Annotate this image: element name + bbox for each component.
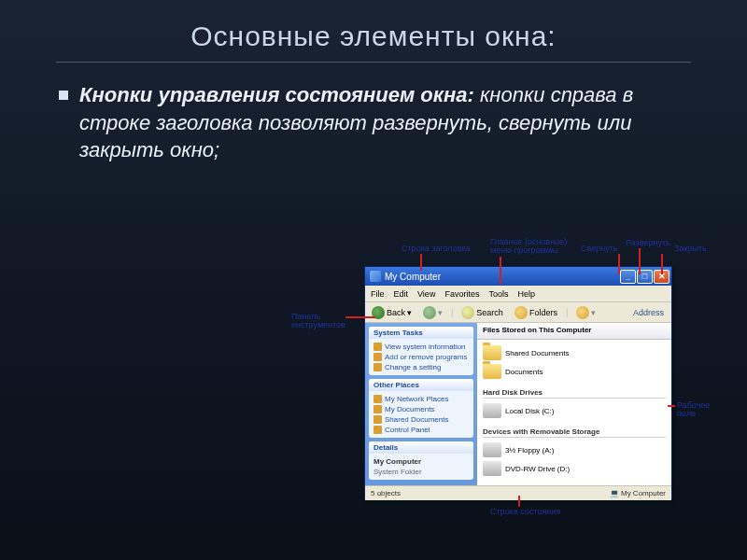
menu-favorites[interactable]: Favorites — [444, 289, 479, 299]
drive-item[interactable]: 3½ Floppy (A:) — [483, 442, 554, 457]
forward-button[interactable]: ▾ — [420, 305, 445, 320]
folder-item[interactable]: Shared Documents — [483, 345, 569, 360]
back-button[interactable]: Back ▾ — [369, 305, 415, 320]
anno-titlebar: Строка заголовка — [402, 244, 471, 253]
lead-bold: Кнопки управления состоянием окна: — [79, 83, 474, 106]
sidebar: System Tasks View system information Add… — [365, 323, 477, 485]
details-type: System Folder — [374, 467, 469, 477]
address-label: Address — [629, 308, 668, 317]
main-pane[interactable]: Files Stored on This Computer Shared Doc… — [477, 323, 671, 485]
titlebar[interactable]: My Computer _ □ ✕ — [365, 267, 671, 286]
files-header: Files Stored on This Computer — [477, 323, 671, 340]
hdd-icon — [483, 403, 501, 418]
section-hdd: Hard Disk Drives — [483, 388, 666, 399]
app-icon — [370, 271, 381, 282]
section-removable: Devices with Removable Storage — [483, 427, 666, 438]
dvd-icon — [483, 461, 501, 476]
panel-details: Details My Computer System Folder — [369, 441, 473, 480]
views-button[interactable]: ▾ — [573, 305, 599, 320]
documents-icon — [374, 405, 382, 413]
bullet-icon — [59, 91, 68, 100]
menu-edit[interactable]: Edit — [394, 289, 409, 299]
menubar: File Edit View Favorites Tools Help — [365, 286, 671, 302]
panel-head[interactable]: System Tasks — [369, 327, 473, 339]
status-objects: 5 objects — [371, 489, 401, 497]
search-button[interactable]: Search — [458, 305, 506, 320]
menu-tools[interactable]: Tools — [488, 289, 508, 299]
place-item[interactable]: My Documents — [374, 404, 469, 414]
forward-icon — [423, 306, 436, 319]
anno-workarea: Рабочее поле — [677, 401, 710, 419]
menu-view[interactable]: View — [417, 289, 435, 299]
menu-file[interactable]: File — [371, 289, 385, 299]
control-panel-icon — [374, 426, 382, 434]
explorer-window: My Computer _ □ ✕ File Edit View Favorit… — [364, 266, 672, 499]
task-item[interactable]: Change a setting — [374, 362, 469, 372]
anno-statusbar: Строка состояния — [490, 507, 560, 516]
drive-item[interactable]: Local Disk (C:) — [483, 403, 554, 418]
panel-system-tasks: System Tasks View system information Add… — [369, 327, 473, 375]
panel-other-places: Other Places My Network Places My Docume… — [369, 379, 473, 438]
views-icon — [576, 306, 589, 319]
menu-help[interactable]: Help — [517, 289, 535, 299]
toolbar: Back ▾ ▾ | Search Folders | ▾ Address — [365, 302, 671, 323]
anno-toolpanel: Панель инструментов — [291, 313, 345, 330]
folders-icon — [514, 306, 528, 319]
anno-close: Закрыть — [674, 244, 707, 253]
task-item[interactable]: View system information — [374, 342, 469, 352]
place-item[interactable]: Shared Documents — [374, 414, 469, 425]
anno-maximize: Развернуть — [626, 238, 670, 247]
floppy-icon — [483, 442, 501, 457]
settings-icon — [374, 363, 382, 371]
folder-item[interactable]: Documents — [483, 364, 543, 379]
place-item[interactable]: My Network Places — [374, 394, 469, 404]
drive-item[interactable]: DVD-RW Drive (D:) — [483, 461, 570, 476]
status-location: 💻 My Computer — [610, 489, 666, 497]
anno-minimize: Свернуть — [581, 244, 617, 253]
anno-mainmenu: Главное (основное) меню программы — [490, 238, 567, 256]
folder-icon — [483, 345, 501, 360]
search-icon — [461, 306, 474, 319]
task-item[interactable]: Add or remove programs — [374, 352, 469, 362]
slide-body: Кнопки управления состоянием окна: кнопк… — [79, 81, 696, 164]
minimize-button[interactable]: _ — [620, 270, 636, 284]
panel-head[interactable]: Details — [369, 441, 473, 454]
window-title: My Computer — [385, 272, 620, 282]
panel-head[interactable]: Other Places — [369, 379, 473, 391]
programs-icon — [374, 353, 382, 361]
folders-button[interactable]: Folders — [512, 305, 560, 320]
place-item[interactable]: Control Panel — [374, 425, 469, 435]
shared-icon — [374, 415, 382, 424]
folder-icon — [483, 364, 501, 379]
network-icon — [374, 395, 382, 403]
slide-title: Основные элементы окна: — [56, 0, 691, 63]
info-icon — [374, 343, 382, 351]
details-name: My Computer — [374, 456, 469, 467]
diagram: Строка заголовка Главное (основное) меню… — [280, 238, 710, 532]
